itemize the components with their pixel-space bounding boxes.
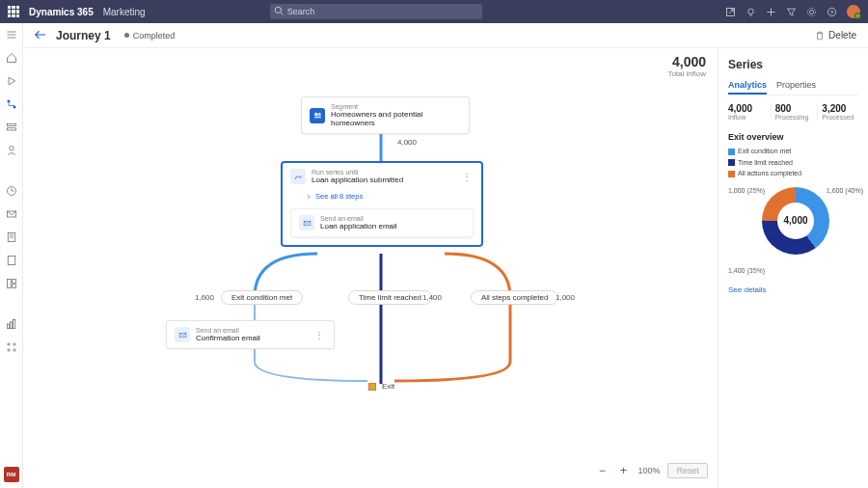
exit-icon — [368, 383, 376, 391]
node-confirmation-email[interactable]: Send an email Confirmation email ⋮ — [166, 320, 335, 349]
segment-icon — [310, 108, 325, 123]
node-segment[interactable]: Segment Homeowners and potential homeown… — [301, 96, 470, 134]
zoom-reset-button[interactable]: Reset — [667, 463, 708, 478]
count-time-limit: 1,400 — [422, 293, 442, 302]
donut-label-tl: 1,000 (25%) — [728, 187, 765, 194]
inner-title: Loan application email — [320, 222, 397, 230]
node-series[interactable]: Run series until Loan application submit… — [282, 162, 482, 246]
tab-properties[interactable]: Properties — [776, 77, 816, 95]
user-avatar[interactable] — [847, 5, 860, 18]
count-all-steps: 1,000 — [556, 293, 575, 302]
pill-time-limit[interactable]: Time limit reached — [348, 290, 432, 305]
svg-rect-29 — [10, 322, 12, 329]
inner-step-card[interactable]: Send an email Loan application email — [290, 208, 474, 237]
area-switcher[interactable]: RM — [4, 467, 19, 482]
play-icon[interactable] — [6, 75, 17, 87]
legend-time-limit: Time limit reached — [728, 159, 793, 167]
email-step-icon — [299, 215, 314, 230]
journey-canvas[interactable]: 4,000 Total inflow — [23, 48, 718, 488]
leads-icon[interactable] — [6, 145, 17, 156]
count-exit-condition: 1,600 — [195, 293, 214, 302]
home-icon[interactable] — [6, 52, 17, 64]
panel-stats: 4,000 Inflow 800 Processing 3,200 Proces… — [728, 103, 858, 121]
node-type-label: Send an email — [196, 327, 260, 334]
node-title: Loan application submitted — [312, 176, 403, 184]
see-all-steps-link[interactable]: See all 8 steps — [283, 190, 481, 204]
total-inflow-summary: 4,000 Total inflow — [667, 54, 706, 78]
inner-type-label: Send an email — [320, 215, 397, 222]
exit-overview-legend: Exit condition met Time limit reached Al… — [728, 148, 858, 177]
page-icon[interactable] — [6, 255, 17, 266]
donut-label-tr: 1,600 (40%) — [827, 187, 863, 194]
exit-label: Exit — [382, 382, 394, 391]
global-search-wrap — [270, 4, 482, 19]
segments-icon[interactable] — [6, 122, 17, 133]
see-details-link[interactable]: See details — [728, 285, 767, 294]
page-header: Journey 1 Completed Delete — [23, 23, 868, 48]
settings-rail-icon[interactable] — [6, 341, 17, 353]
svg-point-0 — [275, 7, 281, 13]
svg-point-7 — [809, 10, 813, 14]
legend-exit-condition: Exit condition met — [728, 148, 791, 155]
svg-point-18 — [9, 147, 14, 151]
left-nav-rail: RM — [0, 23, 23, 488]
legend-all-actions: All actions completed — [728, 170, 801, 177]
exit-overview-chart: 1,000 (25%) 1,600 (40%) 4,000 1,400 (35%… — [728, 187, 863, 274]
pill-all-steps[interactable]: All steps completed — [471, 290, 558, 305]
svg-point-40 — [317, 113, 320, 116]
clock-icon[interactable] — [6, 185, 17, 197]
panel-title: Series — [728, 58, 858, 71]
svg-point-14 — [7, 100, 10, 103]
total-inflow-value: 4,000 — [667, 54, 706, 69]
chevron-right-icon — [306, 194, 312, 200]
stat-inflow: 4,000 Inflow — [728, 103, 765, 121]
main-area: 4,000 Total inflow — [23, 48, 868, 488]
svg-point-32 — [13, 343, 14, 345]
svg-point-15 — [13, 106, 15, 109]
zoom-controls: − + 100% Reset — [595, 463, 708, 478]
node-menu-button[interactable]: ⋮ — [460, 172, 474, 182]
lightbulb-icon[interactable] — [746, 7, 756, 17]
share-icon[interactable] — [725, 7, 736, 17]
tab-analytics[interactable]: Analytics — [728, 77, 767, 95]
zoom-in-button[interactable]: + — [616, 464, 630, 477]
email-icon[interactable] — [6, 208, 17, 220]
plus-icon[interactable] — [766, 7, 776, 17]
node-exit[interactable]: Exit — [368, 382, 394, 391]
menu-icon[interactable] — [6, 29, 17, 41]
delete-label: Delete — [828, 30, 856, 41]
filter-icon[interactable] — [786, 7, 797, 17]
panel-tabs: Analytics Properties — [728, 77, 858, 95]
svg-point-34 — [13, 349, 14, 351]
help-icon[interactable]: ? — [827, 7, 837, 17]
delete-button[interactable]: Delete — [815, 30, 856, 41]
donut-label-bl: 1,400 (35%) — [728, 267, 765, 274]
pill-exit-condition[interactable]: Exit condition met — [221, 290, 303, 305]
svg-rect-30 — [13, 320, 14, 329]
svg-rect-27 — [12, 285, 15, 288]
donut-center-value: 4,000 — [762, 187, 829, 255]
node-type-label: Run series until — [312, 169, 403, 176]
analytics-icon[interactable] — [6, 318, 17, 330]
journey-icon[interactable] — [6, 98, 17, 110]
node-menu-button[interactable]: ⋮ — [312, 330, 326, 340]
node-title: Homeowners and potential homeowners — [331, 110, 461, 127]
gear-icon[interactable] — [806, 7, 817, 17]
trash-icon — [815, 31, 825, 41]
zoom-value: 100% — [637, 466, 660, 475]
svg-line-1 — [281, 13, 284, 15]
form-icon[interactable] — [6, 231, 17, 243]
svg-rect-41 — [314, 117, 321, 119]
back-button[interactable] — [35, 30, 46, 41]
svg-rect-26 — [12, 280, 15, 284]
global-search-input[interactable] — [270, 4, 482, 19]
template-icon[interactable] — [6, 278, 17, 289]
page-title: Journey 1 — [56, 29, 111, 42]
zoom-out-button[interactable]: − — [595, 464, 609, 477]
app-launcher-icon[interactable] — [8, 6, 19, 17]
svg-rect-17 — [7, 128, 15, 130]
details-panel: Series Analytics Properties 4,000 Inflow… — [718, 48, 868, 488]
svg-rect-16 — [7, 123, 15, 125]
search-icon — [274, 6, 284, 15]
flow-count-segment-out: 4,000 — [397, 138, 417, 147]
